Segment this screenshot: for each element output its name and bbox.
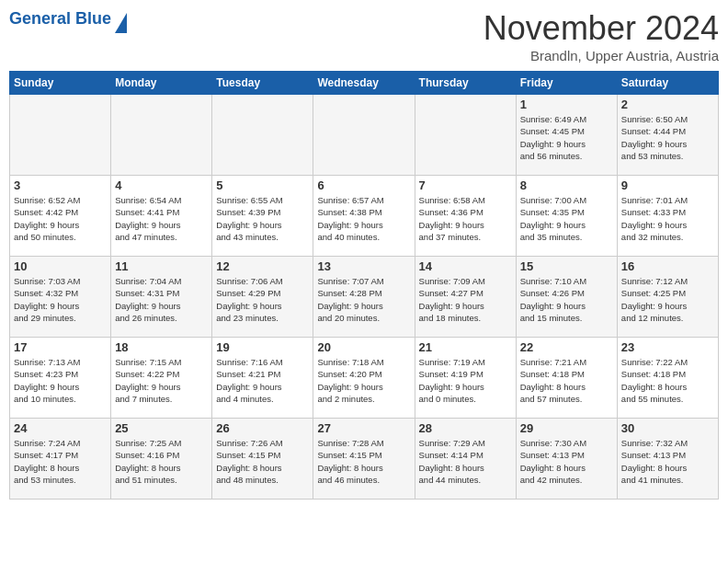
calendar-cell: [10, 95, 111, 176]
day-info: Sunrise: 7:29 AM Sunset: 4:14 PM Dayligh…: [419, 437, 512, 486]
calendar-cell: [111, 95, 212, 176]
weekday-header-wednesday: Wednesday: [313, 72, 415, 95]
calendar-cell: [415, 95, 516, 176]
day-info: Sunrise: 7:22 AM Sunset: 4:18 PM Dayligh…: [621, 356, 714, 405]
calendar-cell: 11Sunrise: 7:04 AM Sunset: 4:31 PM Dayli…: [111, 257, 212, 338]
day-info: Sunrise: 7:09 AM Sunset: 4:27 PM Dayligh…: [419, 275, 512, 324]
day-info: Sunrise: 6:54 AM Sunset: 4:41 PM Dayligh…: [115, 194, 208, 243]
day-info: Sunrise: 7:04 AM Sunset: 4:31 PM Dayligh…: [115, 275, 208, 324]
logo-line1: General: [9, 9, 71, 28]
calendar-cell: 17Sunrise: 7:13 AM Sunset: 4:23 PM Dayli…: [10, 338, 111, 419]
calendar-week-row: 24Sunrise: 7:24 AM Sunset: 4:17 PM Dayli…: [10, 419, 719, 500]
day-info: Sunrise: 7:01 AM Sunset: 4:33 PM Dayligh…: [621, 194, 714, 243]
day-number: 25: [115, 421, 208, 435]
day-info: Sunrise: 7:03 AM Sunset: 4:32 PM Dayligh…: [14, 275, 107, 324]
day-info: Sunrise: 7:13 AM Sunset: 4:23 PM Dayligh…: [14, 356, 107, 405]
day-number: 7: [419, 178, 512, 192]
day-number: 20: [317, 340, 410, 354]
calendar-week-row: 17Sunrise: 7:13 AM Sunset: 4:23 PM Dayli…: [10, 338, 719, 419]
day-number: 6: [317, 178, 410, 192]
day-info: Sunrise: 7:19 AM Sunset: 4:19 PM Dayligh…: [419, 356, 512, 405]
day-info: Sunrise: 7:30 AM Sunset: 4:13 PM Dayligh…: [520, 437, 613, 486]
day-number: 15: [520, 259, 613, 273]
day-number: 5: [216, 178, 309, 192]
logo-line2: Blue: [75, 9, 111, 28]
day-info: Sunrise: 6:57 AM Sunset: 4:38 PM Dayligh…: [317, 194, 410, 243]
calendar-week-row: 1Sunrise: 6:49 AM Sunset: 4:45 PM Daylig…: [10, 95, 719, 176]
day-info: Sunrise: 6:50 AM Sunset: 4:44 PM Dayligh…: [621, 113, 714, 162]
calendar-cell: 4Sunrise: 6:54 AM Sunset: 4:41 PM Daylig…: [111, 176, 212, 257]
weekday-header-thursday: Thursday: [415, 72, 516, 95]
day-number: 18: [115, 340, 208, 354]
weekday-header-row: SundayMondayTuesdayWednesdayThursdayFrid…: [10, 72, 719, 95]
calendar-cell: 16Sunrise: 7:12 AM Sunset: 4:25 PM Dayli…: [617, 257, 718, 338]
day-number: 19: [216, 340, 309, 354]
calendar-cell: 27Sunrise: 7:28 AM Sunset: 4:15 PM Dayli…: [313, 419, 415, 500]
calendar-cell: 10Sunrise: 7:03 AM Sunset: 4:32 PM Dayli…: [10, 257, 111, 338]
logo: General Blue: [9, 9, 127, 33]
day-number: 28: [419, 421, 512, 435]
day-info: Sunrise: 7:06 AM Sunset: 4:29 PM Dayligh…: [216, 275, 309, 324]
calendar-cell: 22Sunrise: 7:21 AM Sunset: 4:18 PM Dayli…: [516, 338, 617, 419]
weekday-header-tuesday: Tuesday: [212, 72, 313, 95]
day-info: Sunrise: 7:15 AM Sunset: 4:22 PM Dayligh…: [115, 356, 208, 405]
day-info: Sunrise: 7:00 AM Sunset: 4:35 PM Dayligh…: [520, 194, 613, 243]
calendar-cell: 3Sunrise: 6:52 AM Sunset: 4:42 PM Daylig…: [10, 176, 111, 257]
month-title: November 2024: [483, 9, 719, 48]
day-number: 13: [317, 259, 410, 273]
logo-triangle-icon: [115, 13, 127, 33]
calendar-cell: [313, 95, 415, 176]
day-number: 27: [317, 421, 410, 435]
day-number: 17: [14, 340, 107, 354]
day-info: Sunrise: 7:18 AM Sunset: 4:20 PM Dayligh…: [317, 356, 410, 405]
weekday-header-sunday: Sunday: [10, 72, 111, 95]
day-info: Sunrise: 7:24 AM Sunset: 4:17 PM Dayligh…: [14, 437, 107, 486]
day-number: 11: [115, 259, 208, 273]
calendar-cell: 20Sunrise: 7:18 AM Sunset: 4:20 PM Dayli…: [313, 338, 415, 419]
calendar-cell: 28Sunrise: 7:29 AM Sunset: 4:14 PM Dayli…: [415, 419, 516, 500]
day-number: 29: [520, 421, 613, 435]
day-info: Sunrise: 6:52 AM Sunset: 4:42 PM Dayligh…: [14, 194, 107, 243]
day-info: Sunrise: 7:26 AM Sunset: 4:15 PM Dayligh…: [216, 437, 309, 486]
calendar-cell: 19Sunrise: 7:16 AM Sunset: 4:21 PM Dayli…: [212, 338, 313, 419]
day-number: 4: [115, 178, 208, 192]
day-info: Sunrise: 7:28 AM Sunset: 4:15 PM Dayligh…: [317, 437, 410, 486]
location-subtitle: Brandln, Upper Austria, Austria: [483, 48, 719, 63]
calendar-week-row: 3Sunrise: 6:52 AM Sunset: 4:42 PM Daylig…: [10, 176, 719, 257]
day-number: 14: [419, 259, 512, 273]
calendar-cell: 18Sunrise: 7:15 AM Sunset: 4:22 PM Dayli…: [111, 338, 212, 419]
calendar-cell: 24Sunrise: 7:24 AM Sunset: 4:17 PM Dayli…: [10, 419, 111, 500]
day-number: 16: [621, 259, 714, 273]
calendar-cell: 29Sunrise: 7:30 AM Sunset: 4:13 PM Dayli…: [516, 419, 617, 500]
day-number: 26: [216, 421, 309, 435]
day-number: 3: [14, 178, 107, 192]
day-info: Sunrise: 7:21 AM Sunset: 4:18 PM Dayligh…: [520, 356, 613, 405]
calendar-cell: 9Sunrise: 7:01 AM Sunset: 4:33 PM Daylig…: [617, 176, 718, 257]
day-number: 2: [621, 98, 714, 111]
day-info: Sunrise: 6:58 AM Sunset: 4:36 PM Dayligh…: [419, 194, 512, 243]
calendar-cell: 26Sunrise: 7:26 AM Sunset: 4:15 PM Dayli…: [212, 419, 313, 500]
calendar-cell: 7Sunrise: 6:58 AM Sunset: 4:36 PM Daylig…: [415, 176, 516, 257]
calendar-cell: 12Sunrise: 7:06 AM Sunset: 4:29 PM Dayli…: [212, 257, 313, 338]
weekday-header-monday: Monday: [111, 72, 212, 95]
day-info: Sunrise: 7:07 AM Sunset: 4:28 PM Dayligh…: [317, 275, 410, 324]
calendar-cell: 30Sunrise: 7:32 AM Sunset: 4:13 PM Dayli…: [617, 419, 718, 500]
day-info: Sunrise: 7:16 AM Sunset: 4:21 PM Dayligh…: [216, 356, 309, 405]
calendar-cell: 6Sunrise: 6:57 AM Sunset: 4:38 PM Daylig…: [313, 176, 415, 257]
calendar-cell: 23Sunrise: 7:22 AM Sunset: 4:18 PM Dayli…: [617, 338, 718, 419]
day-number: 12: [216, 259, 309, 273]
calendar-cell: 5Sunrise: 6:55 AM Sunset: 4:39 PM Daylig…: [212, 176, 313, 257]
day-info: Sunrise: 6:55 AM Sunset: 4:39 PM Dayligh…: [216, 194, 309, 243]
calendar-week-row: 10Sunrise: 7:03 AM Sunset: 4:32 PM Dayli…: [10, 257, 719, 338]
calendar-cell: 8Sunrise: 7:00 AM Sunset: 4:35 PM Daylig…: [516, 176, 617, 257]
day-number: 9: [621, 178, 714, 192]
day-number: 1: [520, 98, 613, 111]
calendar-cell: 21Sunrise: 7:19 AM Sunset: 4:19 PM Dayli…: [415, 338, 516, 419]
calendar-cell: 14Sunrise: 7:09 AM Sunset: 4:27 PM Dayli…: [415, 257, 516, 338]
title-block: November 2024 Brandln, Upper Austria, Au…: [483, 9, 719, 63]
day-number: 23: [621, 340, 714, 354]
day-number: 22: [520, 340, 613, 354]
day-info: Sunrise: 7:12 AM Sunset: 4:25 PM Dayligh…: [621, 275, 714, 324]
day-info: Sunrise: 6:49 AM Sunset: 4:45 PM Dayligh…: [520, 113, 613, 162]
calendar-cell: 2Sunrise: 6:50 AM Sunset: 4:44 PM Daylig…: [617, 95, 718, 176]
